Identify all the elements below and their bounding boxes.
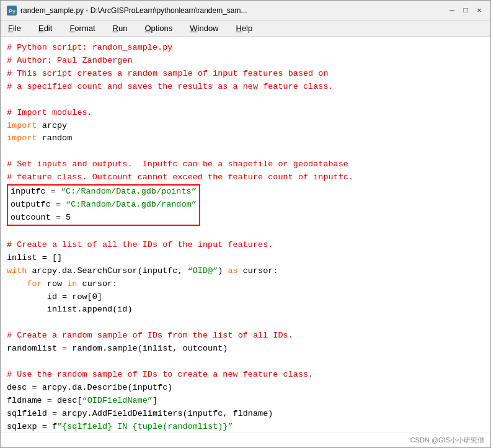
code-line-9 xyxy=(7,145,484,158)
window-title: randem_sample.py - D:\ArcGISProLearn\pyt… xyxy=(20,6,247,15)
footer: CSDN @GIS小小研究僧 xyxy=(1,432,490,447)
menu-file[interactable]: File xyxy=(4,22,25,34)
code-line-12: inputfc = “C:/Random/Data.gdb/points” xyxy=(11,186,197,199)
code-line-7: import arcpy xyxy=(7,120,484,133)
close-button[interactable]: ✕ xyxy=(474,6,484,16)
menu-format[interactable]: Format xyxy=(66,22,99,34)
code-line-28: fldname = desc[“OIDFieldName”] xyxy=(7,395,484,408)
menu-window[interactable]: Window xyxy=(186,22,222,34)
code-line-4: # a specified count and saves the result… xyxy=(7,81,484,94)
menu-bar: File Edit Format Run Options Window Help xyxy=(1,20,490,37)
main-window: Py randem_sample.py - D:\ArcGISProLearn\… xyxy=(0,0,491,448)
code-line-17: inlist = [] xyxy=(7,252,484,265)
code-line-27: desc = arcpy.da.Describe(inputfc) xyxy=(7,382,484,395)
code-editor[interactable]: # Python script: random_sample.py # Auth… xyxy=(1,37,490,432)
code-line-21: inlist.append(id) xyxy=(7,303,484,316)
highlighted-variables: inputfc = “C:/Random/Data.gdb/points” ou… xyxy=(7,184,200,226)
svg-text:Py: Py xyxy=(9,8,15,14)
code-line-26: # Use the random sample of IDs to create… xyxy=(7,369,484,382)
code-line-16: # Create a list of all the IDs of the in… xyxy=(7,239,484,252)
maximize-button[interactable]: □ xyxy=(461,6,471,16)
title-bar-left: Py randem_sample.py - D:\ArcGISProLearn\… xyxy=(7,6,247,16)
code-line-18: with arcpy.da.SearchCursor(inputfc, “OID… xyxy=(7,265,484,278)
menu-help[interactable]: Help xyxy=(232,22,257,34)
code-line-3: # This script creates a random sample of… xyxy=(7,68,484,81)
window-controls: — □ ✕ xyxy=(447,6,484,16)
code-line-2: # Author: Paul Zandbergen xyxy=(7,55,484,68)
code-line-30: sqlexp = f”{sqlfield} IN {tuple(randomli… xyxy=(7,421,484,432)
menu-run[interactable]: Run xyxy=(109,22,131,34)
code-line-24: randomlist = random.sample(inlist, outco… xyxy=(7,343,484,356)
code-line-6: # Import modules. xyxy=(7,107,484,120)
code-line-15 xyxy=(7,226,484,239)
code-line-13: outputfc = “C:Random/Data.gdb/random” xyxy=(11,199,197,212)
code-line-29: sqlfield = arcpy.AddFieldDelimiters(inpu… xyxy=(7,408,484,421)
code-line-23: # Create a random sample of IDs from the… xyxy=(7,329,484,343)
code-line-19: for row in cursor: xyxy=(7,278,484,291)
footer-text: CSDN @GIS小小研究僧 xyxy=(410,436,484,444)
code-line-11: # feature class. Outcount cannot exceed … xyxy=(7,171,484,184)
menu-edit[interactable]: Edit xyxy=(35,22,56,34)
minimize-button[interactable]: — xyxy=(447,6,457,16)
code-line-25 xyxy=(7,356,484,369)
title-bar: Py randem_sample.py - D:\ArcGISProLearn\… xyxy=(1,1,490,20)
code-line-20: id = row[0] xyxy=(7,291,484,304)
code-line-8: import random xyxy=(7,132,484,145)
code-line-5 xyxy=(7,94,484,107)
code-line-14: outcount = 5 xyxy=(11,212,197,225)
python-icon: Py xyxy=(7,6,17,16)
code-line-1: # Python script: random_sample.py xyxy=(7,42,484,55)
menu-options[interactable]: Options xyxy=(141,22,176,34)
code-line-10: # Set inputs and outputs. Inputfc can be… xyxy=(7,158,484,171)
code-line-22 xyxy=(7,316,484,329)
